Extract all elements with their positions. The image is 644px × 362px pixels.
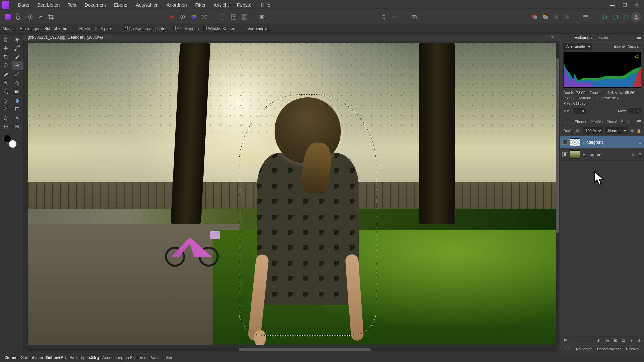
node-tool[interactable] bbox=[12, 44, 23, 52]
panel-grip-icon[interactable]: ⋮⋮ bbox=[563, 119, 571, 124]
text-tool[interactable] bbox=[12, 113, 23, 122]
move-tool[interactable] bbox=[0, 44, 12, 52]
menu-auswaehlen[interactable]: Auswählen bbox=[131, 0, 163, 10]
camera-icon[interactable] bbox=[408, 12, 419, 22]
menu-text[interactable]: Text bbox=[64, 0, 80, 10]
hand-tool[interactable] bbox=[0, 35, 12, 44]
menu-anordnen[interactable]: Anordnen bbox=[163, 0, 191, 10]
tab-farbe[interactable]: Farbe bbox=[598, 35, 608, 39]
heal-tool[interactable] bbox=[12, 78, 23, 87]
visibility-toggle[interactable] bbox=[562, 152, 567, 157]
align-v-icon[interactable] bbox=[379, 12, 389, 22]
window-minimize[interactable]: — bbox=[607, 1, 618, 9]
align-point-dropdown[interactable] bbox=[389, 12, 400, 22]
adjust-icon[interactable]: ◐ bbox=[596, 338, 602, 343]
rgb-wheel-icon[interactable] bbox=[188, 12, 199, 22]
crop-icon[interactable] bbox=[46, 12, 56, 22]
tab-protokoll[interactable]: Protokoll bbox=[626, 347, 640, 351]
crop-tool[interactable] bbox=[0, 52, 12, 61]
scrollbar-vertical[interactable] bbox=[556, 43, 559, 345]
blur-tool[interactable] bbox=[12, 96, 23, 105]
layer-extras-icon[interactable] bbox=[638, 140, 642, 144]
wave-icon[interactable] bbox=[35, 12, 46, 22]
menu-filter[interactable]: Filter bbox=[191, 0, 210, 10]
add-layer-icon[interactable]: ＋ bbox=[629, 338, 634, 343]
overlap-c-icon[interactable] bbox=[551, 12, 561, 22]
subtab-auswahl[interactable]: Auswahl bbox=[627, 44, 641, 48]
grid-dense-icon[interactable] bbox=[239, 12, 250, 22]
mask-new-icon[interactable]: ◩ bbox=[562, 338, 568, 343]
layer-name[interactable]: Hintergrund bbox=[583, 140, 635, 145]
mode-subtract[interactable]: Subtrahieren bbox=[44, 26, 67, 31]
channels-dropdown[interactable]: Alle Kanäle bbox=[563, 43, 592, 50]
menu-ansicht[interactable]: Ansicht bbox=[210, 0, 233, 10]
globe-a-icon[interactable] bbox=[599, 12, 610, 22]
shape-tool[interactable] bbox=[12, 105, 23, 113]
star-tool[interactable] bbox=[0, 113, 12, 122]
soft-edges-check[interactable]: Weiche Kanten bbox=[203, 26, 235, 31]
document-tab-title[interactable]: girl-535251_1920.jpg [Geändert] (100,0%) bbox=[28, 35, 103, 40]
fx-icon[interactable]: ƒx bbox=[604, 338, 610, 343]
opacity-dropdown[interactable]: 100 % bbox=[583, 127, 603, 134]
all-layers-check[interactable]: Alle Ebenen bbox=[172, 26, 199, 31]
layer-name[interactable]: Hintergrund bbox=[583, 152, 629, 157]
account-icon[interactable] bbox=[631, 12, 641, 22]
justify-icon[interactable] bbox=[580, 12, 591, 22]
mode-add[interactable]: Hinzufügen bbox=[20, 26, 40, 31]
color-swatches[interactable] bbox=[3, 135, 17, 148]
pencil-tool[interactable] bbox=[12, 70, 23, 78]
brush-tool[interactable] bbox=[0, 70, 12, 78]
overlap-a-icon[interactable] bbox=[529, 12, 540, 22]
panel-menu-icon[interactable] bbox=[637, 120, 641, 123]
visibility-toggle[interactable] bbox=[562, 140, 567, 145]
menu-ebene[interactable]: Ebene bbox=[110, 0, 131, 10]
grid-3x3-icon[interactable] bbox=[228, 12, 239, 22]
scrollbar-horizontal[interactable] bbox=[28, 348, 556, 351]
overlap-b-icon[interactable] bbox=[540, 12, 551, 22]
window-close[interactable]: ✕ bbox=[631, 1, 642, 9]
blendmode-dropdown[interactable]: Normal bbox=[605, 127, 628, 134]
tab-stock[interactable]: Stock bbox=[621, 120, 630, 124]
gear-icon[interactable] bbox=[24, 12, 35, 22]
tab-histogramm[interactable]: Histogramm bbox=[575, 35, 594, 39]
clip-icon[interactable]: ⬓ bbox=[621, 338, 626, 343]
lock-icon[interactable] bbox=[631, 153, 635, 157]
subtab-ebene[interactable]: Ebene bbox=[614, 44, 625, 48]
group-icon[interactable]: ▣ bbox=[612, 338, 618, 343]
panel-grip-icon[interactable]: ⋮⋮ bbox=[563, 35, 571, 39]
tab-kanaele[interactable]: Kanäle bbox=[591, 120, 603, 124]
menu-datei[interactable]: Datei bbox=[14, 0, 33, 10]
persona-photo-icon[interactable] bbox=[3, 12, 13, 22]
touch-icon[interactable] bbox=[13, 12, 24, 22]
layer-row[interactable]: Hintergrund bbox=[560, 148, 644, 161]
pointer-tool[interactable] bbox=[12, 35, 23, 44]
dodge-tool[interactable] bbox=[0, 96, 12, 105]
panel-menu-icon[interactable] bbox=[637, 36, 641, 39]
grid-none-icon[interactable] bbox=[218, 12, 228, 22]
wand-icon[interactable] bbox=[199, 12, 210, 22]
gradient-tool[interactable] bbox=[12, 87, 23, 96]
mesh-tool[interactable] bbox=[0, 122, 12, 131]
refine-button[interactable]: Verfeinern… bbox=[248, 26, 270, 31]
overlap-d-icon[interactable] bbox=[561, 12, 572, 22]
app-logo[interactable] bbox=[2, 1, 9, 9]
window-maximize[interactable]: ❐ bbox=[619, 1, 630, 9]
pen-tool[interactable] bbox=[0, 105, 12, 113]
globe-b-icon[interactable] bbox=[610, 12, 621, 22]
layer-settings-icon[interactable]: ⚙ bbox=[631, 129, 634, 133]
canvas-viewport[interactable] bbox=[23, 41, 560, 353]
min-input[interactable] bbox=[574, 108, 586, 114]
lasso-tool[interactable] bbox=[0, 61, 12, 70]
tab-navigator[interactable]: Navigator bbox=[576, 347, 592, 351]
tab-ebenen[interactable]: Ebenen bbox=[575, 120, 587, 124]
menu-hilfe[interactable]: Hilfe bbox=[257, 0, 274, 10]
panel-grip-icon[interactable]: ⋮⋮ bbox=[564, 347, 571, 351]
quickmask-icon[interactable] bbox=[177, 12, 188, 22]
tab-transformieren[interactable]: Transformieren bbox=[596, 347, 621, 351]
tab-pinsel[interactable]: Pinsel bbox=[607, 120, 617, 124]
foreground-swatch[interactable] bbox=[3, 135, 11, 143]
width-dropdown[interactable]: 26,4 px ▾ bbox=[95, 26, 111, 31]
layer-extras-icon[interactable] bbox=[638, 153, 642, 157]
globe-c-icon[interactable] bbox=[621, 12, 631, 22]
menu-dokument[interactable]: Dokument bbox=[80, 0, 110, 10]
